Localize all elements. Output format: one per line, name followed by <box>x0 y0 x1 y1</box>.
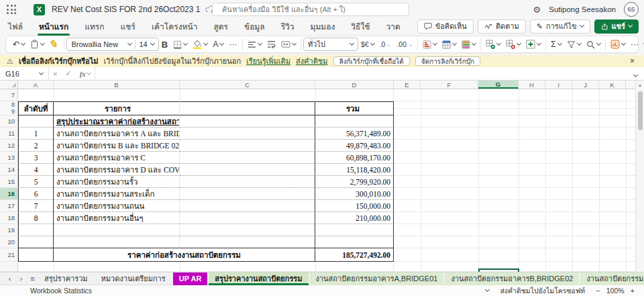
footer-total-cell[interactable]: 185,727,492.00 <box>315 248 394 262</box>
row-header-12[interactable]: 12 <box>0 140 18 152</box>
fill-color-button[interactable] <box>190 37 210 52</box>
all-sheets-menu-icon[interactable]: ≡ <box>27 275 38 283</box>
format-cells-button[interactable] <box>523 37 543 52</box>
paste-button[interactable] <box>28 37 47 52</box>
font-name-select[interactable]: Browallia New <box>71 40 125 48</box>
sheet-tab-building-a[interactable]: งานสถาปัตยกรรมอาคารA,BRIDGE01 <box>310 273 444 285</box>
avatar[interactable]: 6S <box>624 2 639 17</box>
merge-cells-button[interactable] <box>278 37 299 52</box>
row-headers-8-9[interactable]: 89 <box>0 101 18 115</box>
header-cell-total[interactable]: รวม <box>315 101 394 115</box>
format-painter-button[interactable] <box>47 37 62 52</box>
row-header-13[interactable]: 13 <box>0 152 18 164</box>
column-header-c[interactable]: C <box>180 81 315 89</box>
ribbon-layout-chevron[interactable] <box>641 37 644 52</box>
undo-button[interactable]: ↶ <box>10 37 28 52</box>
formula-input[interactable] <box>95 67 627 80</box>
sheet-tab-preparation[interactable]: หมวดงานเตรียมการ <box>95 273 172 285</box>
font-size-select[interactable]: 14 <box>139 40 147 48</box>
footer-label-cell[interactable]: ราคาค่าก่อสร้างงานสถาปัตยกรรม <box>54 248 315 262</box>
row-header-10[interactable]: 10 <box>0 115 18 128</box>
tab-file[interactable]: ไฟล์ <box>7 19 24 34</box>
sheet-prev-icon[interactable]: ‹ <box>4 275 15 283</box>
vertical-scrollbar[interactable]: ▲ <box>635 81 644 272</box>
app-launcher-icon[interactable] <box>7 5 16 14</box>
comments-button[interactable]: ข้อคิดเห็น <box>417 19 474 34</box>
workbook-statistics-button[interactable]: Workbook Statistics <box>30 287 92 295</box>
tab-formulas[interactable]: สูตร <box>212 19 229 34</box>
header-cell-item[interactable]: รายการ <box>54 101 180 115</box>
name-box[interactable]: G16 <box>0 67 48 80</box>
learn-more-link[interactable]: เรียนรู้เพิ่มเติม <box>246 55 290 67</box>
feedback-link[interactable]: ส่งคำติชมไปยังไมโครซอฟท์ <box>500 285 585 296</box>
sheet-next-icon[interactable]: › <box>15 275 27 283</box>
send-feedback-link[interactable]: ส่งคำติชม <box>296 55 327 67</box>
conditional-formatting-button[interactable] <box>420 37 439 52</box>
header-cell-no[interactable]: ลำดับที่ <box>18 101 54 115</box>
row-header-18[interactable]: 18 <box>0 212 18 224</box>
tab-review[interactable]: รีวิว <box>280 19 296 34</box>
manage-workbook-links-button[interactable]: จัดการลิงก์เวิร์กบุ๊ก <box>415 56 480 66</box>
formula-bar-expand-chevron[interactable] <box>627 70 644 78</box>
row-header-20[interactable]: 20 <box>0 236 18 248</box>
cancel-icon[interactable]: × <box>49 70 61 78</box>
tab-data[interactable]: ข้อมูล <box>243 19 266 34</box>
insert-function-icon[interactable]: fx <box>76 70 95 78</box>
column-header-j[interactable]: J <box>572 81 599 89</box>
tab-view[interactable]: มุมมอง <box>309 19 337 34</box>
sort-filter-button[interactable] <box>564 37 584 52</box>
tab-page-layout[interactable]: เค้าโครงหน้า <box>150 19 199 34</box>
enter-check-icon[interactable]: ✓ <box>61 69 75 78</box>
select-all-corner[interactable] <box>0 81 18 89</box>
row-header-17[interactable]: 17 <box>0 200 18 212</box>
catch-up-button[interactable]: ติดตาม <box>478 19 526 34</box>
alignment-button[interactable] <box>245 37 264 52</box>
document-title[interactable]: REV Net Cost SIS FOR 2nd 26Oct2023 1 <box>52 5 200 14</box>
row-header-11[interactable]: 11 <box>0 128 18 140</box>
increase-decimal-button[interactable]: .00→ <box>394 37 415 52</box>
tab-draw[interactable]: วาด <box>384 19 401 34</box>
cell-styles-button[interactable] <box>459 37 478 52</box>
tab-help[interactable]: วิธีใช้ <box>350 19 371 34</box>
header-cell-c[interactable] <box>180 101 315 115</box>
status-chevron-icon[interactable] <box>485 287 490 292</box>
close-warning-icon[interactable]: × <box>627 56 637 66</box>
analyze-data-button[interactable] <box>608 37 628 52</box>
section-title-cell[interactable]: สรุปประมาณราคาค่าก่อสร้างงานสถาปัตยกรรม <box>54 115 180 128</box>
sheet-tab-architecture-summary-active[interactable]: สรุปราคางานสถาปัตยกรรม <box>209 273 308 285</box>
zoom-level[interactable]: 100% <box>606 287 625 295</box>
row-header-19[interactable]: 19 <box>0 224 18 236</box>
share-button[interactable]: แชร์ <box>594 19 639 34</box>
column-header-g-selected[interactable]: G <box>478 81 519 89</box>
editing-mode-button[interactable]: ✎ การแก้ไข <box>530 19 590 34</box>
row-header-21[interactable]: 21 <box>0 248 18 262</box>
sheet-tab-up-ar[interactable]: UP AR <box>173 273 208 285</box>
scrollbar-thumb[interactable] <box>638 91 643 130</box>
wrap-text-button[interactable] <box>264 37 278 52</box>
excel-icon[interactable]: X <box>34 4 45 15</box>
row-header-15[interactable]: 15 <box>0 176 18 188</box>
zoom-out-icon[interactable]: − <box>596 287 600 295</box>
more-commands-button[interactable]: ··· <box>628 37 642 52</box>
column-header-h[interactable]: H <box>519 81 545 89</box>
delete-cells-button[interactable] <box>503 37 523 52</box>
sheet-tab-building-truncated[interactable]: งานสถาปัตยกรรมอาคาร <box>580 273 644 285</box>
sheet-tab-building-b[interactable]: งานสถาปัตยกรรมอาคารB,BRIDGE02 <box>445 273 579 285</box>
column-header-i[interactable]: I <box>545 81 572 89</box>
bold-button[interactable]: B <box>159 37 170 52</box>
tab-share[interactable]: แชร์ <box>119 19 137 34</box>
column-header-d[interactable]: D <box>315 81 394 89</box>
tab-insert[interactable]: แทรก <box>83 19 105 34</box>
column-header-e[interactable]: E <box>394 81 421 89</box>
column-header-b[interactable]: B <box>54 81 180 89</box>
column-header-a[interactable]: A <box>18 81 54 89</box>
currency-format-button[interactable]: $€ <box>358 37 377 52</box>
sheet-tab-summary-total[interactable]: สรุปราคารวม <box>38 273 94 285</box>
column-header-k[interactable]: K <box>599 81 626 89</box>
row-header-7[interactable]: 7 <box>0 89 18 101</box>
column-header-f[interactable]: F <box>421 81 478 89</box>
borders-button[interactable] <box>170 37 190 52</box>
format-as-table-button[interactable] <box>439 37 459 52</box>
insert-cells-button[interactable] <box>483 37 503 52</box>
autosum-button[interactable]: Σ <box>548 37 564 52</box>
